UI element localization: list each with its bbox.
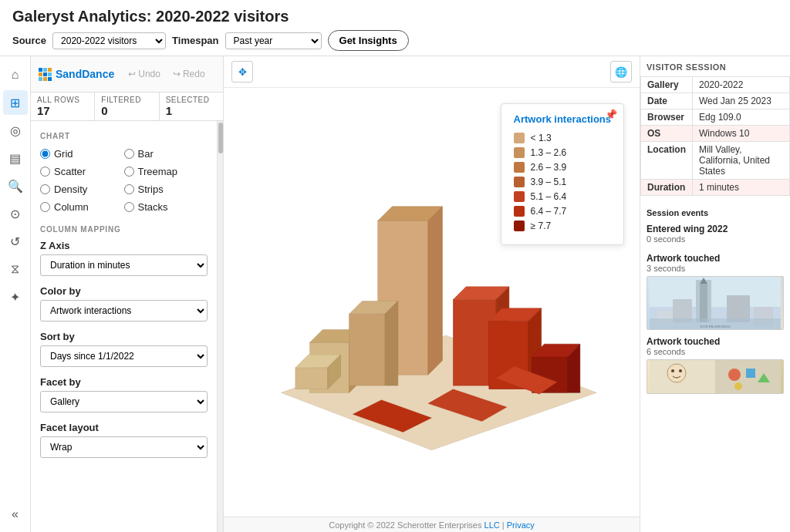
rail-table-icon[interactable]: ▤ — [3, 146, 28, 170]
legend-label-6: ≥ 7.7 — [531, 221, 552, 231]
viz-canvas[interactable]: 📌 Artwork interactions < 1.3 1.3 – 2.6 2… — [224, 88, 640, 532]
rail-home-icon[interactable]: ⌂ — [3, 62, 28, 87]
legend-color-0 — [514, 133, 525, 143]
event-item-0: Entered wing 2022 0 seconds — [640, 221, 790, 250]
selected-cell: SELECTED 1 — [160, 93, 223, 120]
visitor-label-date: Date — [641, 93, 693, 109]
event-thumb-1: SAN FRANCISCO — [647, 276, 784, 330]
all-rows-label: ALL ROWS — [37, 96, 88, 104]
chart-option-density[interactable]: Density — [40, 182, 124, 197]
visitor-row-browser: Browser Edg 109.0 — [641, 109, 790, 126]
chart-radio-strips[interactable] — [124, 184, 134, 194]
chart-option-stacks[interactable]: Stacks — [124, 200, 208, 214]
facet-layout-select[interactable]: Wrap Column Row — [40, 436, 208, 458]
visitor-value-browser: Edg 109.0 — [693, 109, 790, 126]
source-select[interactable]: 2020-2022 visitors 2019-2021 visitors Al… — [52, 32, 166, 49]
legend-label-1: 1.3 – 2.6 — [531, 147, 567, 158]
chart-option-scatter[interactable]: Scatter — [40, 164, 124, 179]
undo-icon: ↩ — [128, 69, 136, 79]
redo-button[interactable]: ↪ Redo — [168, 66, 210, 82]
get-insights-button[interactable]: Get Insights — [328, 30, 409, 51]
chart-radio-grid[interactable] — [40, 149, 50, 159]
visitor-label-location: Location — [641, 142, 693, 180]
all-rows-value: 17 — [37, 104, 88, 117]
legend-item-1: 1.3 – 2.6 — [514, 147, 611, 158]
visitor-value-os: Windows 10 — [693, 126, 790, 142]
sort-by-label: Sort by — [40, 331, 208, 342]
visitor-value-date: Wed Jan 25 2023 — [693, 93, 790, 109]
logo-cell-4 — [39, 72, 42, 76]
svg-rect-10 — [349, 314, 385, 386]
visitor-value-location: Mill Valley, California, United States — [693, 142, 790, 180]
svg-point-38 — [667, 364, 686, 382]
timespan-select[interactable]: Past year Past 6 months All time — [225, 32, 322, 49]
rail-brain-icon[interactable]: ◎ — [3, 118, 28, 143]
logo-cell-1 — [39, 68, 42, 72]
filtered-cell: FILTERED 0 — [95, 93, 159, 120]
chart-radio-column[interactable] — [40, 202, 50, 212]
footer-llc-link[interactable]: LLC — [484, 520, 500, 530]
chart-option-treemap[interactable]: Treemap — [124, 164, 208, 179]
legend-item-4: 5.1 – 6.4 — [514, 191, 611, 202]
facet-by-group: Facet by Gallery Browser OS — [40, 376, 208, 412]
facet-by-select[interactable]: Gallery Browser OS — [40, 391, 208, 412]
color-by-label: Color by — [40, 285, 208, 297]
visitor-label-os: OS — [641, 126, 693, 142]
nav-globe-icon[interactable]: 🌐 — [610, 61, 632, 82]
visitor-session-title: VISITOR SESSION — [640, 62, 790, 76]
footer-privacy-link[interactable]: Privacy — [507, 520, 535, 530]
z-axis-select[interactable]: Duration in minutes Artwork interactions… — [40, 254, 208, 276]
panel-scroll-thumb[interactable] — [218, 123, 223, 153]
visitor-row-gallery: Gallery 2020-2022 — [641, 77, 790, 93]
rail-camera-icon[interactable]: ⊙ — [3, 201, 28, 226]
rail-search-icon[interactable]: 🔍 — [3, 173, 28, 198]
chart-radio-scatter[interactable] — [40, 167, 50, 177]
rail-history-icon[interactable]: ↺ — [3, 229, 28, 254]
page-title: Galeryst Analytics: 2020-2022 visitors — [12, 8, 778, 25]
chart-radio-density[interactable] — [40, 184, 50, 194]
color-by-select[interactable]: Artwork interactions Duration in minutes… — [40, 300, 208, 322]
stats-row: ALL ROWS 17 FILTERED 0 SELECTED 1 — [31, 93, 223, 121]
chart-option-strips[interactable]: Strips — [124, 182, 208, 197]
source-row: Source 2020-2022 visitors 2019-2021 visi… — [12, 30, 778, 51]
chart-radio-treemap[interactable] — [124, 167, 134, 177]
sort-by-group: Sort by Days since 1/1/2022 Duration in … — [40, 331, 208, 367]
logo-cell-6 — [48, 72, 52, 76]
legend-item-3: 3.9 – 5.1 — [514, 177, 611, 187]
chart-radio-stacks[interactable] — [124, 202, 134, 212]
rail-filter-icon[interactable]: ⧖ — [3, 257, 28, 281]
timespan-label: Timespan — [172, 35, 218, 46]
svg-rect-19 — [295, 368, 328, 389]
chart-option-grid[interactable]: Grid — [40, 146, 124, 161]
chart-radio-bar[interactable] — [124, 149, 134, 159]
undo-button[interactable]: ↩ Undo — [123, 66, 165, 82]
chart-option-column[interactable]: Column — [40, 200, 124, 214]
facet-layout-label: Facet layout — [40, 422, 208, 433]
svg-point-41 — [728, 369, 741, 381]
sort-by-select[interactable]: Days since 1/1/2022 Duration in minutes … — [40, 345, 208, 367]
event-name-1: Artwork touched — [647, 253, 784, 264]
all-rows-cell: ALL ROWS 17 — [31, 93, 95, 120]
svg-rect-28 — [700, 284, 707, 322]
chart-option-bar[interactable]: Bar — [124, 146, 208, 161]
event-item-1: Artwork touched 3 seconds — [640, 250, 790, 333]
svg-marker-12 — [385, 301, 398, 386]
visitor-label-gallery: Gallery — [641, 77, 693, 93]
legend-label-4: 5.1 – 6.4 — [531, 191, 567, 202]
rail-collapse-icon[interactable]: « — [3, 502, 28, 527]
source-label: Source — [12, 35, 46, 46]
legend-item-5: 6.4 – 7.7 — [514, 206, 611, 217]
event-name-0: Entered wing 2022 — [647, 224, 784, 234]
svg-point-40 — [679, 369, 682, 372]
footer-text: Copyright © 2022 Scherotter Enterprises — [329, 520, 484, 530]
legend-color-5 — [514, 206, 525, 217]
rail-pin-icon[interactable]: ✦ — [3, 285, 28, 309]
filtered-label: FILTERED — [101, 96, 152, 104]
legend-pin-icon[interactable]: 📌 — [605, 109, 617, 120]
legend-label-2: 2.6 – 3.9 — [531, 162, 567, 173]
rail-chart-icon[interactable]: ⊞ — [3, 90, 28, 115]
legend-label-5: 6.4 – 7.7 — [531, 206, 567, 217]
event-item-2: Artwork touched 6 seconds — [640, 333, 790, 397]
nav-move-icon[interactable]: ✥ — [231, 61, 253, 82]
panel-scrollbar[interactable] — [217, 121, 223, 532]
